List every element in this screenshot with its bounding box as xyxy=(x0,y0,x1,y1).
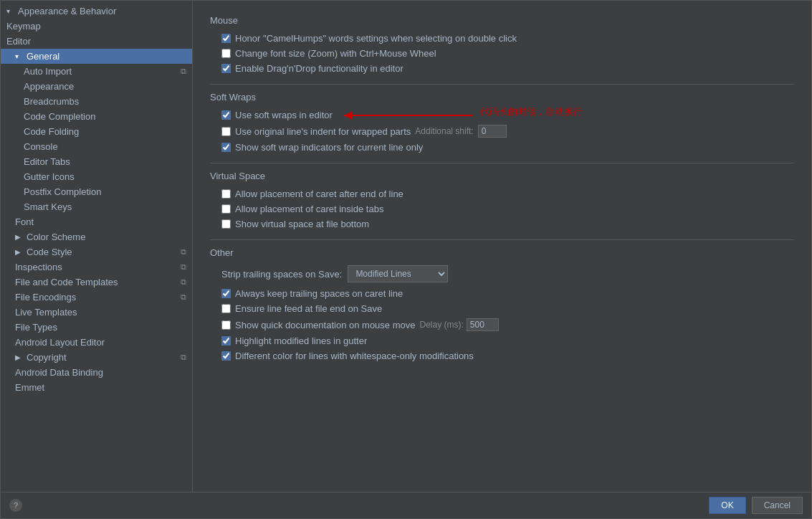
soft-wraps-divider xyxy=(210,84,794,85)
checkbox-row-different-color: Different color for lines with whitespac… xyxy=(221,351,794,361)
checkbox-always-keep-trailing[interactable] xyxy=(221,289,231,298)
checkbox-ensure-line-feed[interactable] xyxy=(221,304,231,313)
main-content: Mouse Honor "CamelHumps" words settings … xyxy=(193,1,811,492)
sidebar-label-appearance: Appearance xyxy=(24,81,74,92)
checkbox-change-font-size[interactable] xyxy=(221,49,231,58)
copy-icon-file-code-templates: ⧉ xyxy=(181,277,186,287)
checkbox-label-allow-caret-end: Allow placement of caret after end of li… xyxy=(235,189,403,199)
sidebar-item-file-types[interactable]: File Types xyxy=(1,320,192,335)
checkbox-row-show-quick-doc: Show quick documentation on mouse moveDe… xyxy=(221,318,794,331)
checkbox-different-color[interactable] xyxy=(221,351,231,361)
checkbox-highlight-modified[interactable] xyxy=(221,336,231,346)
sidebar-item-editor-tabs[interactable]: Editor Tabs xyxy=(1,154,192,169)
sidebar-label-editor: Editor xyxy=(6,36,31,47)
sidebar-item-emmet[interactable]: Emmet xyxy=(1,380,192,395)
sidebar-label-auto-import: Auto Import xyxy=(24,66,72,77)
sidebar-item-file-code-templates[interactable]: File and Code Templates⧉ xyxy=(1,275,192,290)
help-button[interactable]: ? xyxy=(9,499,22,512)
sidebar-label-font: Font xyxy=(15,216,34,227)
other-divider xyxy=(210,239,794,240)
checkbox-use-soft-wraps[interactable] xyxy=(221,110,231,120)
checkbox-label-ensure-line-feed: Ensure line feed at file end on Save xyxy=(235,303,382,314)
sidebar-item-breadcrumbs[interactable]: Breadcrumbs xyxy=(1,94,192,109)
expand-icon-color-scheme: ▶ xyxy=(15,233,24,241)
sidebar-item-code-folding[interactable]: Code Folding xyxy=(1,124,192,139)
checkbox-row-use-original-indent: Use original line's indent for wrapped p… xyxy=(221,125,794,138)
sidebar-item-font[interactable]: Font xyxy=(1,214,192,229)
sidebar-item-auto-import[interactable]: Auto Import⧉ xyxy=(1,64,192,79)
mouse-section-title: Mouse xyxy=(210,15,794,26)
checkbox-enable-drag-drop[interactable] xyxy=(221,64,231,73)
checkbox-show-quick-doc[interactable] xyxy=(221,320,231,330)
sidebar-label-smart-keys: Smart Keys xyxy=(24,201,72,212)
copy-icon-inspections: ⧉ xyxy=(181,262,186,272)
sidebar-item-code-completion[interactable]: Code Completion xyxy=(1,109,192,124)
delay-field-show-quick-doc: Delay (ms): xyxy=(419,318,498,331)
checkbox-row-ensure-line-feed: Ensure line feed at file end on Save xyxy=(221,303,794,314)
sidebar-label-emmet: Emmet xyxy=(15,382,44,393)
cancel-button[interactable]: Cancel xyxy=(752,497,803,514)
sidebar-item-code-style[interactable]: ▶Code Style⧉ xyxy=(1,244,192,260)
virtual-space-title: Virtual Space xyxy=(210,171,794,181)
sidebar-label-file-encodings: File Encodings xyxy=(15,292,76,303)
checkbox-label-show-indicators: Show soft wrap indicators for current li… xyxy=(235,142,423,153)
checkbox-row-always-keep-trailing: Always keep trailing spaces on caret lin… xyxy=(221,288,794,299)
checkbox-use-original-indent[interactable] xyxy=(221,127,231,136)
other-section: Other Strip trailing spaces on Save: Mod… xyxy=(210,247,794,361)
checkbox-show-virtual-space[interactable] xyxy=(221,219,231,229)
delay-label-show-quick-doc: Delay (ms): xyxy=(419,320,463,330)
sidebar-label-live-templates: Live Templates xyxy=(15,307,77,318)
checkbox-row-change-font-size: Change font size (Zoom) with Ctrl+Mouse … xyxy=(221,48,794,59)
inline-field-label-use-original-indent: Additional shift: xyxy=(415,126,473,136)
copy-icon-auto-import: ⧉ xyxy=(181,67,186,76)
sidebar-item-appearance-behavior[interactable]: ▾Appearance & Behavior xyxy=(1,4,192,19)
strip-trailing-label: Strip trailing spaces on Save: xyxy=(221,269,342,280)
sidebar-item-inspections[interactable]: Inspections⧉ xyxy=(1,260,192,275)
sidebar-item-android-layout-editor[interactable]: Android Layout Editor xyxy=(1,335,192,350)
sidebar-item-keymap[interactable]: Keymap xyxy=(1,19,192,34)
sidebar-label-file-code-templates: File and Code Templates xyxy=(15,277,118,287)
sidebar-item-appearance[interactable]: Appearance xyxy=(1,79,192,94)
checkbox-label-different-color: Different color for lines with whitespac… xyxy=(235,351,474,361)
sidebar: ▾Appearance & BehaviorKeymapEditor▾Gener… xyxy=(1,1,193,492)
sidebar-label-inspections: Inspections xyxy=(15,262,62,272)
sidebar-item-android-data-binding[interactable]: Android Data Binding xyxy=(1,365,192,380)
sidebar-item-live-templates[interactable]: Live Templates xyxy=(1,305,192,320)
sidebar-item-console[interactable]: Console xyxy=(1,139,192,154)
dialog-footer: ? OK Cancel xyxy=(1,492,811,518)
inline-field-input-use-original-indent[interactable] xyxy=(478,125,507,138)
copy-icon-file-encodings: ⧉ xyxy=(181,292,186,302)
checkbox-allow-caret-end[interactable] xyxy=(221,189,231,199)
sidebar-label-code-style: Code Style xyxy=(27,247,72,257)
sidebar-label-gutter-icons: Gutter Icons xyxy=(24,171,75,182)
strip-trailing-select[interactable]: Modified Lines xyxy=(348,265,448,282)
virtual-space-section: Virtual Space Allow placement of caret a… xyxy=(210,171,794,229)
sidebar-item-gutter-icons[interactable]: Gutter Icons xyxy=(1,169,192,184)
expand-icon-general: ▾ xyxy=(15,52,24,60)
expand-icon-copyright: ▶ xyxy=(15,353,24,361)
sidebar-label-android-layout-editor: Android Layout Editor xyxy=(15,337,105,348)
ok-button[interactable]: OK xyxy=(709,497,745,514)
sidebar-label-general: General xyxy=(27,51,59,62)
sidebar-item-file-encodings[interactable]: File Encodings⧉ xyxy=(1,290,192,305)
checkbox-honor-camelhumps[interactable] xyxy=(221,34,231,43)
checkbox-label-use-original-indent: Use original line's indent for wrapped p… xyxy=(235,126,411,137)
sidebar-label-code-folding: Code Folding xyxy=(24,126,79,137)
sidebar-item-general[interactable]: ▾General xyxy=(1,49,192,64)
checkbox-show-indicators[interactable] xyxy=(221,143,231,152)
sidebar-item-copyright[interactable]: ▶Copyright⧉ xyxy=(1,350,192,365)
sidebar-label-editor-tabs: Editor Tabs xyxy=(24,156,70,167)
checkbox-label-honor-camelhumps: Honor "CamelHumps" words settings when s… xyxy=(235,33,517,44)
checkbox-row-show-indicators: Show soft wrap indicators for current li… xyxy=(221,142,794,153)
checkbox-allow-caret-tabs[interactable] xyxy=(221,204,231,214)
sidebar-item-color-scheme[interactable]: ▶Color Scheme xyxy=(1,229,192,244)
sidebar-item-smart-keys[interactable]: Smart Keys xyxy=(1,199,192,214)
copy-icon-copyright: ⧉ xyxy=(181,353,186,362)
checkbox-row-allow-caret-tabs: Allow placement of caret inside tabs xyxy=(221,204,794,214)
virtual-space-divider xyxy=(210,163,794,163)
sidebar-item-postfix-completion[interactable]: Postfix Completion xyxy=(1,184,192,199)
strip-trailing-row: Strip trailing spaces on Save: Modified … xyxy=(221,265,794,282)
sidebar-label-copyright: Copyright xyxy=(27,352,67,363)
sidebar-item-editor[interactable]: Editor xyxy=(1,34,192,49)
delay-input-show-quick-doc[interactable] xyxy=(467,318,499,331)
